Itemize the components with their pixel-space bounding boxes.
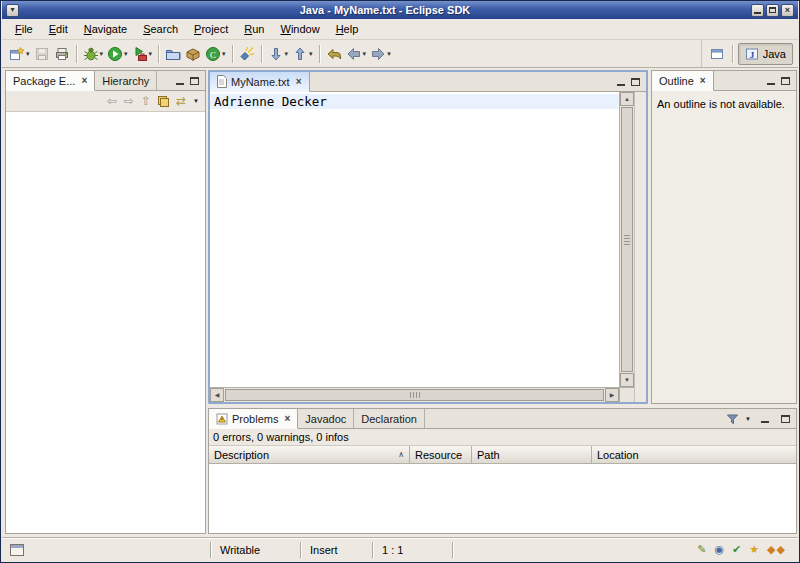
external-tools-button[interactable]: ▾ bbox=[130, 43, 155, 65]
tab-hierarchy[interactable]: Hierarchy bbox=[95, 71, 157, 90]
target-icon[interactable]: ◉ bbox=[714, 544, 724, 555]
new-java-project-button[interactable] bbox=[163, 43, 183, 65]
column-location[interactable]: Location bbox=[592, 446, 796, 464]
tab-declaration-label: Declaration bbox=[361, 413, 417, 425]
column-path[interactable]: Path bbox=[472, 446, 592, 464]
vertical-scrollbar[interactable]: ▲ ▼ bbox=[619, 92, 634, 387]
new-wizard-dropdown-icon[interactable]: ▾ bbox=[26, 50, 30, 57]
maximize-editor-button[interactable] bbox=[628, 74, 643, 89]
editor-text-area[interactable]: Adrienne Decker ▲ ▼ ◀ ▶ bbox=[210, 92, 646, 402]
menu-file[interactable]: File bbox=[7, 20, 41, 38]
tab-outline[interactable]: Outline × bbox=[652, 71, 714, 91]
toolbar-separator bbox=[261, 45, 262, 63]
new-package-button[interactable] bbox=[183, 43, 203, 65]
diamond-arrows-icon[interactable]: ◆◆ bbox=[767, 544, 786, 555]
link-with-editor-icon[interactable]: ⇄ bbox=[176, 95, 186, 107]
problems-panel: Problems × Javadoc Declaration ▼ bbox=[208, 408, 797, 534]
back-dropdown-icon[interactable]: ▾ bbox=[363, 50, 367, 57]
menu-help[interactable]: Help bbox=[328, 20, 367, 38]
menu-edit[interactable]: Edit bbox=[41, 20, 76, 38]
maximize-editor-icon bbox=[631, 78, 640, 86]
new-class-button[interactable]: C ▾ bbox=[203, 43, 228, 65]
scroll-right-button[interactable]: ▶ bbox=[605, 388, 619, 402]
tab-declaration[interactable]: Declaration bbox=[354, 409, 425, 428]
column-description[interactable]: Description ∧ bbox=[209, 446, 410, 464]
minimize-problems-button[interactable] bbox=[757, 411, 772, 426]
scroll-up-button[interactable]: ▲ bbox=[620, 92, 634, 106]
horizontal-scroll-thumb[interactable] bbox=[225, 389, 604, 401]
open-perspective-button[interactable] bbox=[707, 43, 727, 65]
editor-tab-label: MyName.txt bbox=[231, 76, 290, 88]
maximize-problems-button[interactable] bbox=[778, 411, 793, 426]
new-class-dropdown-icon[interactable]: ▾ bbox=[222, 50, 226, 57]
view-menu-icon[interactable]: ▼ bbox=[193, 98, 199, 104]
back-button[interactable]: ▾ bbox=[344, 43, 369, 65]
maximize-view-button[interactable] bbox=[187, 73, 202, 88]
outline-tab-close-icon[interactable]: × bbox=[700, 75, 706, 86]
next-annotation-button[interactable]: ▾ bbox=[266, 43, 291, 65]
scrollbar-corner bbox=[619, 387, 634, 402]
package-explorer-tree[interactable] bbox=[6, 112, 205, 533]
filter-icon[interactable] bbox=[726, 413, 739, 425]
fast-view-icon[interactable] bbox=[10, 544, 24, 556]
back-icon bbox=[346, 46, 362, 62]
view-back-icon[interactable]: ⇦ bbox=[107, 95, 117, 107]
collapse-all-icon[interactable] bbox=[158, 96, 169, 107]
search-button[interactable] bbox=[237, 43, 257, 65]
next-annotation-dropdown-icon[interactable]: ▾ bbox=[285, 50, 289, 57]
debug-dropdown-icon[interactable]: ▾ bbox=[100, 50, 104, 57]
horizontal-scrollbar[interactable]: ◀ ▶ bbox=[210, 387, 619, 402]
minimize-problems-icon bbox=[761, 421, 769, 423]
problems-view-menu-icon[interactable]: ▼ bbox=[745, 416, 751, 422]
tab-package-explorer[interactable]: Package E... × bbox=[6, 71, 95, 91]
tab-myname-txt[interactable]: MyName.txt × bbox=[210, 72, 310, 92]
minimize-outline-icon bbox=[767, 83, 775, 85]
minimize-view-button[interactable] bbox=[172, 73, 187, 88]
minimize-editor-button[interactable] bbox=[613, 74, 628, 89]
close-button[interactable]: × bbox=[781, 4, 794, 17]
menu-window[interactable]: Window bbox=[272, 20, 327, 38]
editor-tab-close-icon[interactable]: × bbox=[296, 76, 302, 87]
menu-project[interactable]: Project bbox=[186, 20, 236, 38]
debug-button[interactable]: ▾ bbox=[81, 43, 106, 65]
previous-annotation-dropdown-icon[interactable]: ▾ bbox=[309, 50, 313, 57]
minimize-button[interactable] bbox=[751, 4, 764, 17]
package-explorer-panel: Package E... × Hierarchy ⇦ ⇨ ⇧ ⇄ ▼ bbox=[5, 70, 206, 534]
scroll-left-button[interactable]: ◀ bbox=[210, 388, 224, 402]
menu-run[interactable]: Run bbox=[236, 20, 272, 38]
column-resource[interactable]: Resource bbox=[410, 446, 472, 464]
go-up-icon[interactable]: ⇧ bbox=[141, 95, 151, 107]
tab-problems[interactable]: Problems × bbox=[209, 409, 298, 429]
window-menu-button[interactable]: ▾ bbox=[6, 4, 19, 17]
menu-navigate[interactable]: Navigate bbox=[76, 20, 135, 38]
maximize-outline-button[interactable] bbox=[778, 73, 793, 88]
forward-button[interactable]: ▾ bbox=[368, 43, 393, 65]
problems-table-body[interactable] bbox=[209, 464, 796, 533]
new-wizard-button[interactable]: ▾ bbox=[7, 43, 32, 65]
last-edit-location-button[interactable] bbox=[324, 43, 344, 65]
maximize-button[interactable] bbox=[766, 4, 779, 17]
run-button[interactable]: ▾ bbox=[105, 43, 130, 65]
print-button[interactable] bbox=[52, 43, 72, 65]
minimize-outline-button[interactable] bbox=[763, 73, 778, 88]
menu-search[interactable]: Search bbox=[135, 20, 186, 38]
svg-text:C: C bbox=[210, 49, 216, 59]
external-tools-dropdown-icon[interactable]: ▾ bbox=[149, 50, 153, 57]
view-forward-icon[interactable]: ⇨ bbox=[124, 95, 134, 107]
tab-javadoc[interactable]: Javadoc bbox=[298, 409, 354, 428]
check-icon[interactable]: ✔ bbox=[732, 544, 741, 555]
tab-close-icon[interactable]: × bbox=[81, 75, 87, 86]
star-icon[interactable]: ★ bbox=[749, 544, 759, 555]
overview-ruler[interactable] bbox=[634, 92, 646, 402]
forward-dropdown-icon[interactable]: ▾ bbox=[387, 50, 391, 57]
svg-text:J: J bbox=[750, 50, 755, 60]
scroll-down-button[interactable]: ▼ bbox=[620, 373, 634, 387]
perspective-java-button[interactable]: J Java bbox=[738, 43, 793, 65]
problems-tab-close-icon[interactable]: × bbox=[284, 413, 290, 424]
status-caret-position: 1 : 1 bbox=[374, 538, 452, 561]
save-button[interactable] bbox=[32, 43, 52, 65]
pencil-icon[interactable]: ✎ bbox=[697, 544, 706, 555]
vertical-scroll-thumb[interactable] bbox=[621, 107, 633, 372]
run-dropdown-icon[interactable]: ▾ bbox=[124, 50, 128, 57]
previous-annotation-button[interactable]: ▾ bbox=[290, 43, 315, 65]
